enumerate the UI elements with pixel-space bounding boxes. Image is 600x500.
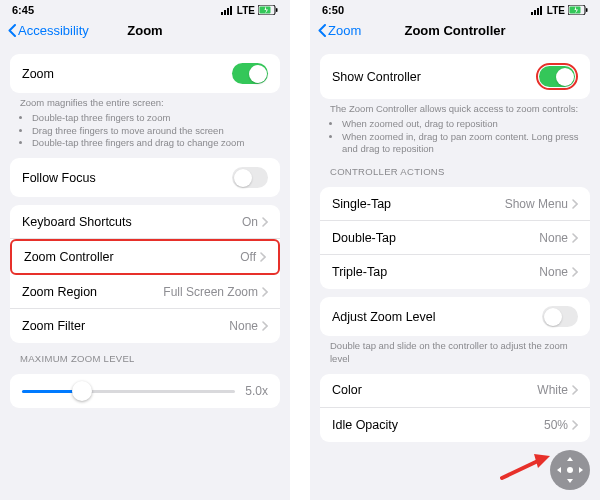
actions-header: CONTROLLER ACTIONS: [310, 156, 600, 179]
row-value: 50%: [544, 418, 568, 432]
row-label: Zoom Filter: [22, 319, 85, 333]
row-value: None: [539, 231, 568, 245]
max-zoom-header: MAXIMUM ZOOM LEVEL: [0, 343, 290, 366]
show-controller-highlight: [536, 63, 578, 90]
row-value: On: [242, 215, 258, 229]
hint-item: Double-tap three fingers and drag to cha…: [32, 137, 270, 150]
row-value: None: [539, 265, 568, 279]
zoom-settings-screen: 6:45 LTE Accessibility Zoom Zoom Zoom ma…: [0, 0, 290, 500]
chevron-left-icon: [318, 24, 326, 37]
max-zoom-slider-row[interactable]: 5.0x: [10, 374, 280, 408]
options-group: Keyboard Shortcuts On Zoom Controller Of…: [10, 205, 280, 343]
status-indicators: LTE: [531, 5, 588, 16]
adjust-zoom-group: Adjust Zoom Level: [320, 297, 590, 336]
svg-line-14: [502, 460, 540, 478]
nav-bar: Zoom Zoom Controller: [310, 18, 600, 46]
zoom-toggle[interactable]: [232, 63, 268, 84]
triple-tap-row[interactable]: Triple-Tap None: [320, 255, 590, 289]
hint-heading: Zoom magnifies the entire screen:: [20, 97, 270, 110]
row-value: None: [229, 319, 258, 333]
actions-group: Single-Tap Show Menu Double-Tap None Tri…: [320, 187, 590, 289]
hint-item: Double-tap three fingers to zoom: [32, 112, 270, 125]
chevron-right-icon: [572, 267, 578, 277]
row-label: Adjust Zoom Level: [332, 310, 436, 324]
hint-item: When zoomed out, drag to reposition: [342, 118, 580, 131]
appearance-group: Color White Idle Opacity 50%: [320, 374, 590, 442]
zoom-controller-widget[interactable]: [550, 450, 590, 490]
network-label: LTE: [547, 5, 565, 16]
back-button[interactable]: Zoom: [318, 23, 361, 38]
svg-rect-7: [531, 12, 533, 15]
svg-rect-6: [276, 8, 278, 12]
follow-focus-row[interactable]: Follow Focus: [10, 158, 280, 197]
chevron-right-icon: [260, 252, 266, 262]
svg-marker-15: [534, 454, 550, 468]
zoom-toggle-group: Zoom: [10, 54, 280, 93]
svg-rect-8: [534, 10, 536, 15]
opacity-row[interactable]: Idle Opacity 50%: [320, 408, 590, 442]
nav-bar: Accessibility Zoom: [0, 18, 290, 46]
signal-icon: [531, 6, 544, 15]
zoom-controller-row[interactable]: Zoom Controller Off: [10, 239, 280, 275]
show-controller-label: Show Controller: [332, 70, 421, 84]
row-label: Single-Tap: [332, 197, 391, 211]
row-value: Off: [240, 250, 256, 264]
keyboard-shortcuts-row[interactable]: Keyboard Shortcuts On: [10, 205, 280, 239]
status-indicators: LTE: [221, 5, 278, 16]
zoom-filter-row[interactable]: Zoom Filter None: [10, 309, 280, 343]
adjust-zoom-row[interactable]: Adjust Zoom Level: [320, 297, 590, 336]
status-bar: 6:45 LTE: [0, 0, 290, 18]
zoom-toggle-row[interactable]: Zoom: [10, 54, 280, 93]
row-label: Zoom Controller: [24, 250, 114, 264]
row-label: Keyboard Shortcuts: [22, 215, 132, 229]
follow-focus-toggle[interactable]: [232, 167, 268, 188]
row-value: White: [537, 383, 568, 397]
max-zoom-slider[interactable]: [22, 390, 235, 393]
adjust-zoom-hint: Double tap and slide on the controller t…: [310, 336, 600, 366]
chevron-right-icon: [572, 385, 578, 395]
row-label: Double-Tap: [332, 231, 396, 245]
svg-rect-9: [537, 8, 539, 15]
svg-rect-0: [221, 12, 223, 15]
show-controller-toggle[interactable]: [539, 66, 575, 87]
signal-icon: [221, 6, 234, 15]
back-label: Accessibility: [18, 23, 89, 38]
zoom-label: Zoom: [22, 67, 54, 81]
svg-rect-10: [540, 6, 542, 15]
chevron-right-icon: [572, 199, 578, 209]
zoom-region-row[interactable]: Zoom Region Full Screen Zoom: [10, 275, 280, 309]
svg-rect-1: [224, 10, 226, 15]
chevron-right-icon: [262, 217, 268, 227]
adjust-zoom-toggle[interactable]: [542, 306, 578, 327]
color-row[interactable]: Color White: [320, 374, 590, 408]
chevron-right-icon: [572, 420, 578, 430]
svg-rect-3: [230, 6, 232, 15]
row-label: Color: [332, 383, 362, 397]
max-zoom-group: 5.0x: [10, 374, 280, 408]
row-label: Zoom Region: [22, 285, 97, 299]
slider-value: 5.0x: [245, 384, 268, 398]
show-controller-row[interactable]: Show Controller: [320, 54, 590, 99]
show-controller-group: Show Controller: [320, 54, 590, 99]
double-tap-row[interactable]: Double-Tap None: [320, 221, 590, 255]
row-label: Idle Opacity: [332, 418, 398, 432]
back-button[interactable]: Accessibility: [8, 23, 89, 38]
back-label: Zoom: [328, 23, 361, 38]
follow-focus-label: Follow Focus: [22, 171, 96, 185]
hint-heading: The Zoom Controller allows quick access …: [330, 103, 580, 116]
chevron-right-icon: [572, 233, 578, 243]
zoom-controller-screen: 6:50 LTE Zoom Zoom Controller Show Contr…: [310, 0, 600, 500]
status-bar: 6:50 LTE: [310, 0, 600, 18]
hint-item: When zoomed in, drag to pan zoom content…: [342, 131, 580, 157]
status-time: 6:45: [12, 4, 34, 16]
single-tap-row[interactable]: Single-Tap Show Menu: [320, 187, 590, 221]
chevron-right-icon: [262, 287, 268, 297]
network-label: LTE: [237, 5, 255, 16]
chevron-right-icon: [262, 321, 268, 331]
svg-rect-2: [227, 8, 229, 15]
svg-rect-13: [586, 8, 588, 12]
row-value: Show Menu: [505, 197, 568, 211]
zoom-hint: Zoom magnifies the entire screen: Double…: [0, 93, 290, 150]
battery-icon: [258, 5, 278, 15]
arrow-annotation-icon: [500, 452, 550, 482]
